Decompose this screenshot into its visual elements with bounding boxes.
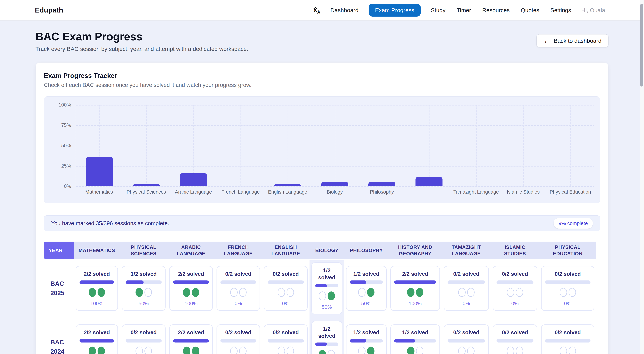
progress-bar (350, 280, 383, 284)
subject-card[interactable]: 0/2 solved0% (541, 266, 594, 311)
session-dot-solved[interactable] (183, 346, 190, 354)
session-dot-unsolved[interactable] (516, 288, 523, 297)
session-dot-unsolved[interactable] (328, 350, 335, 354)
session-dot-unsolved[interactable] (230, 288, 238, 297)
session-dot-unsolved[interactable] (358, 288, 366, 297)
subject-card[interactable]: 2/2 solved100% (76, 324, 118, 354)
solved-count: 2/2 solved (402, 270, 428, 278)
solved-count: 0/2 solved (225, 329, 252, 336)
session-dot-unsolved[interactable] (516, 346, 523, 354)
session-dot-unsolved[interactable] (278, 346, 285, 354)
session-dots (136, 346, 152, 354)
session-dot-unsolved[interactable] (358, 346, 366, 354)
subject-card[interactable]: 0/2 solved0% (492, 324, 537, 354)
session-dots (458, 288, 474, 297)
subject-card[interactable]: 1/2 solved50% (311, 262, 342, 314)
subject-card[interactable]: 0/2 solved0% (264, 266, 308, 311)
session-dots (88, 346, 105, 354)
subject-card[interactable]: 2/2 solved100% (169, 324, 213, 354)
subject-card[interactable]: 0/2 solved0% (444, 266, 489, 311)
subject-card[interactable]: 2/2 solved100% (390, 266, 440, 311)
session-dot-solved[interactable] (367, 346, 374, 354)
progress-bar-fill (394, 280, 436, 284)
session-dot-unsolved[interactable] (467, 346, 474, 354)
session-dot-solved[interactable] (416, 288, 424, 297)
subject-card[interactable]: 0/2 solved0% (216, 324, 260, 354)
subject-card[interactable]: 0/2 solved0% (541, 324, 594, 354)
solved-count: 2/2 solved (84, 270, 110, 278)
chart-x-label: Philosophy (358, 189, 405, 195)
subject-card[interactable]: 0/2 solved0% (122, 324, 166, 354)
session-dot-unsolved[interactable] (136, 346, 143, 354)
subject-card[interactable]: 2/2 solved100% (169, 266, 213, 311)
back-to-dashboard-button[interactable]: ← Back to dashboard (536, 34, 608, 48)
tracker-subtitle: Check off each BAC session once you have… (44, 82, 600, 88)
session-dot-unsolved[interactable] (507, 288, 514, 297)
progress-bar-fill (173, 280, 209, 284)
progress-bar (173, 339, 209, 342)
progress-bar (545, 339, 590, 342)
subject-card[interactable]: 1/2 solved50% (346, 266, 387, 311)
session-dot-unsolved[interactable] (144, 288, 152, 297)
session-dot-solved[interactable] (88, 346, 96, 354)
session-dot-solved[interactable] (367, 288, 374, 297)
nav-item-dashboard[interactable]: Dashboard (330, 4, 360, 17)
nav-item-timer[interactable]: Timer (456, 4, 472, 17)
vertical-scrollbar[interactable] (640, 0, 644, 354)
subject-card[interactable]: 1/2 solved50% (390, 324, 440, 354)
session-dot-unsolved[interactable] (278, 288, 285, 297)
chart-y-tick: 50% (44, 143, 71, 148)
chart-bar-philosophy (368, 182, 396, 186)
session-dot-solved[interactable] (98, 288, 105, 297)
session-dot-solved[interactable] (407, 346, 414, 354)
nav-item-quotes[interactable]: Quotes (520, 4, 540, 17)
session-dot-unsolved[interactable] (286, 346, 294, 354)
session-dot-solved[interactable] (407, 288, 414, 297)
session-dot-unsolved[interactable] (507, 346, 514, 354)
subject-card[interactable]: 1/2 solved50% (311, 321, 342, 354)
session-dot-unsolved[interactable] (286, 288, 294, 297)
session-dot-solved[interactable] (192, 288, 199, 297)
session-dot-unsolved[interactable] (239, 288, 246, 297)
chart-x-label: Physical Sciences (123, 189, 170, 195)
session-dot-unsolved[interactable] (458, 346, 466, 354)
subject-card[interactable]: 2/2 solved100% (76, 266, 118, 311)
session-dot-unsolved[interactable] (239, 346, 246, 354)
subject-card[interactable]: 0/2 solved0% (216, 266, 260, 311)
session-dot-solved[interactable] (183, 288, 190, 297)
chart-plot-area (76, 105, 594, 186)
scrollbar-thumb[interactable] (640, 4, 643, 87)
session-dot-solved[interactable] (98, 346, 105, 354)
session-dot-solved[interactable] (192, 346, 199, 354)
subject-card[interactable]: 1/2 solved50% (346, 324, 387, 354)
session-dot-unsolved[interactable] (416, 346, 424, 354)
session-dot-unsolved[interactable] (144, 346, 152, 354)
session-dot-solved[interactable] (88, 288, 96, 297)
progress-bar (173, 280, 209, 284)
nav-item-resources[interactable]: Resources (481, 4, 511, 17)
subject-card[interactable]: 0/2 solved0% (444, 324, 489, 354)
session-dot-solved[interactable] (318, 350, 326, 354)
session-dot-unsolved[interactable] (230, 346, 238, 354)
subject-card[interactable]: 0/2 solved0% (264, 324, 308, 354)
session-dot-unsolved[interactable] (560, 288, 567, 297)
session-dot-unsolved[interactable] (568, 346, 576, 354)
nav-item-study[interactable]: Study (430, 4, 446, 17)
session-dot-solved[interactable] (328, 291, 335, 300)
nav-item-exam-progress[interactable]: Exam Progress (368, 4, 420, 17)
session-dot-unsolved[interactable] (467, 288, 474, 297)
subject-card[interactable]: 0/2 solved0% (492, 266, 537, 311)
chart-slot (358, 105, 405, 186)
session-dot-solved[interactable] (136, 288, 143, 297)
subject-card[interactable]: 1/2 solved50% (122, 266, 166, 311)
solved-count: 1/2 solved (315, 325, 338, 339)
progress-bar (220, 280, 256, 284)
chart-slot (217, 105, 264, 186)
session-dot-unsolved[interactable] (318, 291, 326, 300)
session-dot-unsolved[interactable] (560, 346, 567, 354)
nav-item-settings[interactable]: Settings (549, 4, 572, 17)
session-dot-unsolved[interactable] (568, 288, 576, 297)
session-dot-unsolved[interactable] (458, 288, 466, 297)
translate-icon[interactable]: ẋA (314, 6, 320, 14)
percent-label: 50% (138, 301, 149, 306)
